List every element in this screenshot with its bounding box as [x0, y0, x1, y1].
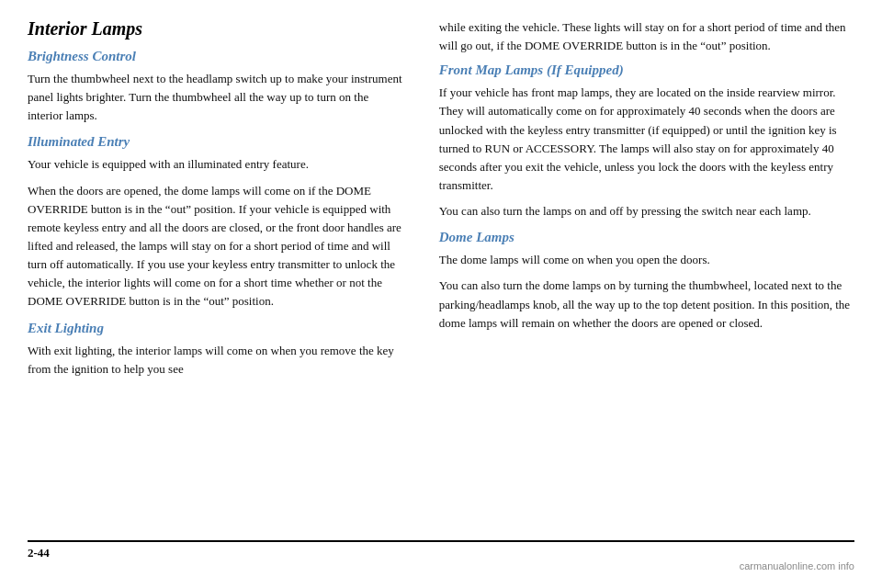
front-map-lamps-text-1: If your vehicle has front map lamps, the…	[439, 84, 854, 195]
page-container: Interior Lamps Brightness Control Turn t…	[0, 0, 882, 588]
right-intro-text: while exiting the vehicle. These lights …	[439, 18, 854, 55]
section-front-map-lamps: Front Map Lamps (If Equipped) If your ve…	[439, 62, 854, 220]
section-illuminated-entry: Illuminated Entry Your vehicle is equipp…	[28, 134, 402, 311]
content-area: Interior Lamps Brightness Control Turn t…	[28, 18, 854, 533]
front-map-lamps-text-2: You can also turn the lamps on and off b…	[439, 202, 854, 220]
section-dome-lamps: Dome Lamps The dome lamps will come on w…	[439, 230, 854, 333]
dome-lamps-text-2: You can also turn the dome lamps on by t…	[439, 277, 854, 332]
section-exit-lighting: Exit Lighting With exit lighting, the in…	[28, 321, 402, 379]
heading-dome-lamps: Dome Lamps	[439, 230, 854, 245]
illuminated-entry-text-2: When the doors are opened, the dome lamp…	[28, 182, 402, 311]
exit-lighting-text: With exit lighting, the interior lamps w…	[28, 342, 402, 379]
right-column: while exiting the vehicle. These lights …	[439, 18, 854, 533]
section-brightness-control: Brightness Control Turn the thumbwheel n…	[28, 49, 402, 125]
heading-brightness-control: Brightness Control	[28, 49, 402, 64]
left-column: Interior Lamps Brightness Control Turn t…	[28, 18, 412, 533]
heading-exit-lighting: Exit Lighting	[28, 321, 402, 336]
heading-illuminated-entry: Illuminated Entry	[28, 134, 402, 150]
dome-lamps-text-1: The dome lamps will come on when you ope…	[439, 251, 854, 269]
illuminated-entry-text-1: Your vehicle is equipped with an illumin…	[28, 155, 402, 174]
brightness-control-text: Turn the thumbwheel next to the headlamp…	[28, 70, 402, 125]
heading-front-map-lamps: Front Map Lamps (If Equipped)	[439, 62, 854, 78]
footer-bar: 2-44	[28, 540, 854, 560]
page-main-title: Interior Lamps	[28, 18, 402, 40]
page-number: 2-44	[28, 546, 50, 560]
watermark: carmanualonline.com info	[740, 560, 854, 571]
